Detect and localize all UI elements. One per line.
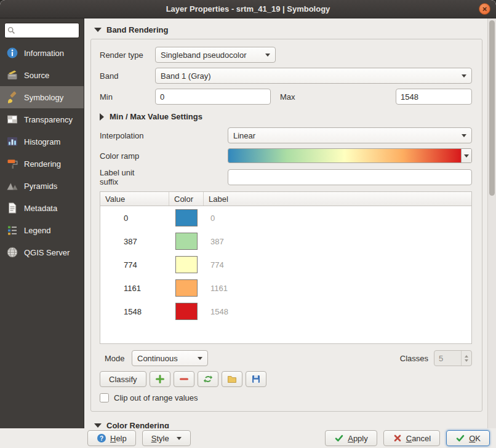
band-rendering-group: Render type Singleband pseudocolor Band …: [90, 39, 482, 412]
color-swatch[interactable]: [175, 279, 198, 297]
color-ramp-preview: [228, 149, 461, 162]
sidebar-item-transparency[interactable]: Transparency: [0, 108, 84, 130]
layer-properties-dialog: Layer Properties - srtm_41_19 | Symbolog…: [0, 0, 496, 448]
close-button[interactable]: ×: [479, 3, 490, 15]
help-icon: ?: [97, 433, 106, 443]
mode-label: Mode: [105, 354, 127, 363]
minmax-settings-header[interactable]: Min / Max Value Settings: [100, 112, 472, 121]
classes-label: Classes: [400, 354, 428, 363]
chevron-down-icon: [265, 54, 270, 57]
color-column-header: Color: [169, 192, 204, 206]
sidebar-item-metadata[interactable]: Metadata: [0, 197, 84, 219]
clip-out-of-range-label: Clip out of range values: [114, 393, 198, 402]
collapse-right-icon: [100, 113, 104, 121]
transparency-icon: [6, 113, 18, 126]
label-unit-suffix-input[interactable]: [228, 169, 472, 185]
symbology-icon: [6, 91, 18, 103]
label-column-header: Label: [204, 192, 471, 206]
histogram-icon: [6, 135, 18, 148]
metadata-icon: [6, 202, 18, 214]
sidebar-item-source[interactable]: Source: [0, 64, 84, 86]
apply-button[interactable]: Apply: [325, 430, 377, 446]
sidebar-item-qgis-server[interactable]: QGIS Server: [0, 241, 84, 263]
scrollbar-thumb[interactable]: [489, 20, 495, 196]
remove-value-button[interactable]: [174, 371, 194, 387]
vertical-scrollbar[interactable]: [487, 18, 496, 428]
apply-check-icon: [334, 433, 344, 443]
color-swatch[interactable]: [175, 233, 198, 250]
color-map-table: Value Color Label 0 0 387: [100, 191, 472, 344]
label-unit-suffix-label: Label unit suffix: [100, 168, 228, 186]
render-type-select[interactable]: Singleband pseudocolor: [155, 47, 276, 63]
spinner-arrows-icon[interactable]: [461, 351, 471, 366]
load-color-map-file-button[interactable]: [222, 371, 242, 387]
color-swatch[interactable]: [175, 209, 198, 226]
sidebar-item-rendering[interactable]: Rendering: [0, 153, 84, 175]
main-panel: Band Rendering Render type Singleband ps…: [84, 18, 496, 428]
min-input[interactable]: [155, 89, 271, 105]
sidebar-item-information[interactable]: Information: [0, 42, 84, 64]
window-title: Layer Properties - srtm_41_19 | Symbolog…: [166, 4, 330, 14]
sidebar: Information Source Symbology Transparenc…: [0, 18, 84, 428]
symbology-scroll-area: Band Rendering Render type Singleband ps…: [84, 18, 487, 428]
sidebar-item-legend[interactable]: Legend: [0, 219, 84, 241]
ok-button[interactable]: OK: [446, 430, 490, 446]
minus-icon: [179, 374, 189, 384]
collapse-down-icon: [94, 423, 102, 428]
max-label: Max: [280, 92, 295, 102]
table-header: Value Color Label: [100, 192, 471, 206]
max-input[interactable]: [396, 89, 472, 105]
plus-icon: [155, 374, 165, 384]
source-icon: [6, 69, 18, 81]
pyramids-icon: [6, 180, 18, 192]
help-button[interactable]: ? Help: [87, 430, 136, 446]
value-column-header: Value: [100, 192, 169, 206]
render-type-label: Render type: [100, 50, 155, 60]
sidebar-item-histogram[interactable]: Histogram: [0, 130, 84, 153]
band-label: Band: [100, 71, 155, 81]
ok-check-icon: [455, 433, 465, 443]
table-row[interactable]: 1548 1548: [100, 300, 471, 323]
classes-spinner[interactable]: 5: [434, 350, 472, 366]
sidebar-item-symbology[interactable]: Symbology: [0, 86, 84, 108]
save-icon: [251, 374, 261, 384]
style-button[interactable]: Style: [142, 430, 191, 446]
legend-icon: [6, 224, 18, 236]
interpolation-label: Interpolation: [100, 131, 228, 140]
save-color-map-file-button[interactable]: [246, 371, 266, 387]
sidebar-search[interactable]: [4, 23, 79, 38]
info-icon: [6, 47, 18, 59]
add-value-button[interactable]: [150, 371, 170, 387]
color-swatch[interactable]: [175, 256, 198, 273]
band-rendering-header[interactable]: Band Rendering: [89, 22, 484, 38]
chevron-down-icon: [198, 357, 202, 360]
table-row[interactable]: 387 387: [100, 230, 471, 253]
clip-out-of-range-row: Clip out of range values: [100, 393, 472, 402]
mode-select[interactable]: Continuous: [132, 350, 208, 366]
color-rendering-header[interactable]: Color Rendering: [89, 418, 484, 428]
refresh-arrows-icon: [203, 374, 213, 384]
min-label: Min: [100, 92, 155, 102]
color-ramp-dropdown[interactable]: [461, 149, 471, 162]
color-swatch[interactable]: [175, 303, 198, 320]
sidebar-item-pyramids[interactable]: Pyramids: [0, 175, 84, 197]
search-input[interactable]: [18, 26, 76, 36]
table-row[interactable]: 1161 1161: [100, 276, 471, 300]
chevron-down-icon: [464, 154, 469, 158]
color-ramp-label: Color ramp: [100, 151, 228, 161]
table-row[interactable]: 0 0: [100, 206, 471, 230]
titlebar[interactable]: Layer Properties - srtm_41_19 | Symbolog…: [0, 0, 496, 18]
rendering-icon: [6, 158, 18, 170]
clip-out-of-range-checkbox[interactable]: [100, 393, 109, 402]
load-values-from-band-button[interactable]: [198, 371, 218, 387]
interpolation-select[interactable]: Linear: [228, 127, 472, 143]
search-icon: [7, 26, 15, 34]
cancel-button[interactable]: Cancel: [383, 430, 440, 446]
folder-icon: [227, 374, 237, 384]
band-select[interactable]: Band 1 (Gray): [155, 68, 472, 84]
color-ramp-select[interactable]: [228, 148, 472, 163]
cancel-x-icon: [393, 433, 402, 443]
table-row[interactable]: 774 774: [100, 253, 471, 276]
color-rendering-title: Color Rendering: [106, 421, 169, 428]
classify-button[interactable]: Classify: [100, 371, 146, 387]
